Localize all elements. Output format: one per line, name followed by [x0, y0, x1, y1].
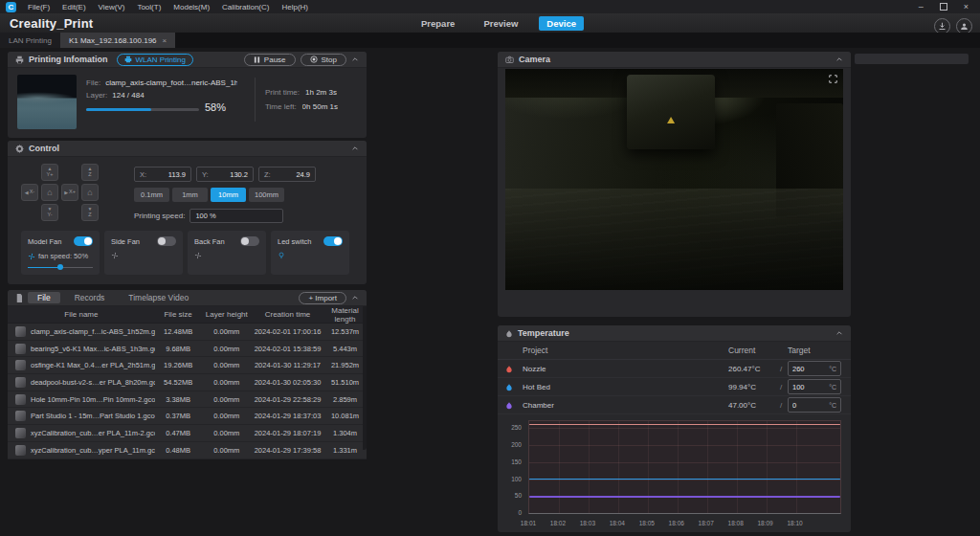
- gridline: [559, 421, 560, 513]
- file-name-cell: Hole 10mm-Pin 10m…Pin 10mm-2.gcode: [31, 395, 155, 404]
- menu-help[interactable]: Help(H): [281, 3, 308, 11]
- step-1mm-button[interactable]: 1mm: [172, 188, 208, 202]
- move-z-down-button[interactable]: ▼Z: [81, 204, 99, 221]
- move-y-minus-button[interactable]: ▼Y-: [41, 204, 58, 221]
- menu-edit[interactable]: Edit(E): [62, 3, 85, 11]
- chamber-flame-icon: [505, 401, 523, 410]
- table-row[interactable]: osfinge-K1 Max_0.4…er PLA_2h51m.gcode19.…: [8, 357, 367, 374]
- hotbed-target-input[interactable]: [792, 383, 817, 391]
- gear-icon: [15, 145, 24, 153]
- axis-x-readout: X:113.9: [134, 167, 191, 182]
- tab-file[interactable]: File: [28, 292, 60, 303]
- gridline: [529, 428, 840, 429]
- led-switch-toggle[interactable]: [323, 236, 343, 246]
- collapse-files-button[interactable]: [351, 294, 359, 302]
- move-y-plus-button[interactable]: ▲Y+: [41, 164, 58, 181]
- move-x-plus-button[interactable]: ▶X+: [61, 184, 78, 201]
- menu-file[interactable]: File(F): [28, 3, 50, 11]
- file-name-cell: deadpool-bust-v2-s…er PLA_8h20m.gcode: [31, 378, 155, 387]
- import-button[interactable]: + Import: [299, 292, 346, 304]
- side-fan-toggle[interactable]: [157, 236, 176, 246]
- collapse-camera-button[interactable]: [835, 56, 843, 63]
- move-x-minus-button[interactable]: ◀X-: [21, 184, 38, 201]
- overlay-strip: [855, 54, 969, 64]
- table-row[interactable]: Hole 10mm-Pin 10m…Pin 10mm-2.gcode3.38MB…: [8, 391, 367, 409]
- model-fan-label: Model Fan: [28, 237, 61, 246]
- y-tick-label: 0: [518, 509, 522, 516]
- table-row[interactable]: clamp_axis-clamp_f…ic-ABS_1h52m.gcode12.…: [8, 324, 367, 341]
- chevron-up-icon: [351, 294, 359, 302]
- chamber-target-input[interactable]: [792, 401, 817, 410]
- menu-calibration[interactable]: Calibration(C): [222, 3, 269, 11]
- gridline: [589, 421, 590, 513]
- back-fan-card: Back Fan: [188, 231, 266, 275]
- step-100mm-button[interactable]: 100mm: [249, 188, 284, 202]
- table-row[interactable]: deadpool-bust-v2-s…er PLA_8h20m.gcode54.…: [8, 374, 367, 391]
- table-cell: 0.00mm: [202, 345, 253, 353]
- device-tab[interactable]: K1 Max_192.168.100.196 ×: [60, 33, 175, 48]
- table-cell: 1.331m: [323, 446, 367, 455]
- table-cell: 2024-01-29 18:07:19: [252, 429, 323, 437]
- nozzle-flame-icon: [505, 365, 523, 373]
- printing-info-panel: Printing Infomation WLAN Printing Pause …: [8, 52, 367, 138]
- close-button[interactable]: ×: [964, 2, 969, 11]
- minimize-button[interactable]: –: [919, 2, 924, 11]
- tab-prepare[interactable]: Prepare: [413, 16, 462, 31]
- table-row[interactable]: xyzCalibration_cub…yper PLA_11m.gcode0.4…: [8, 442, 367, 459]
- table-row[interactable]: Part Studio 1 - 15m…Part Studio 1.gcode0…: [8, 408, 367, 425]
- wlan-printer-icon: [124, 56, 132, 63]
- move-z-up-button[interactable]: ▲Z: [81, 164, 99, 181]
- tab-records[interactable]: Records: [65, 292, 115, 303]
- file-name: clamp_axis-clamp_foot…neric-ABS_1h52m.gc…: [105, 78, 237, 87]
- series-line-nozzle: [529, 424, 840, 426]
- step-0.1mm-button[interactable]: 0.1mm: [134, 188, 169, 202]
- nozzle-target-input[interactable]: [792, 365, 817, 373]
- maximize-button[interactable]: [940, 3, 947, 11]
- file-thumbnail: [15, 326, 26, 337]
- table-cell: 3.38MB: [155, 395, 202, 404]
- printing-speed-label: Printing speed:: [134, 212, 185, 220]
- axis-readouts: X:113.9 Y:130.2 Z:24.9: [134, 167, 316, 182]
- fan-speed-slider[interactable]: [28, 263, 93, 271]
- tab-close-icon[interactable]: ×: [163, 36, 167, 45]
- collapse-printing-info-button[interactable]: [351, 56, 359, 63]
- model-fan-toggle[interactable]: [74, 236, 93, 246]
- pause-button[interactable]: Pause: [244, 54, 296, 66]
- fan-speed-text: fan speed: 50%: [38, 252, 88, 260]
- fan-icon: [28, 253, 35, 260]
- home-z-button[interactable]: ⌂: [81, 184, 99, 201]
- scrollbar[interactable]: [363, 306, 367, 450]
- table-cell: 0.00mm: [202, 395, 253, 404]
- fullscreen-button[interactable]: [829, 75, 837, 83]
- file-thumbnail: [15, 394, 26, 405]
- progress-percent: 58%: [205, 101, 226, 113]
- device-tab-strip: LAN Printing K1 Max_192.168.100.196 ×: [0, 33, 980, 48]
- table-cell: 0.00mm: [202, 429, 253, 437]
- table-row[interactable]: bearing5_v6-K1 Max…ic-ABS_1h3m.gcode9.68…: [8, 341, 367, 358]
- menu-models[interactable]: Models(M): [173, 3, 210, 11]
- tab-timelapse-video[interactable]: Timelapse Video: [119, 292, 198, 303]
- menu-view[interactable]: View(V): [99, 3, 125, 11]
- table-row[interactable]: xyzCalibration_cub…er PLA_11m-2.gcode0.4…: [8, 425, 367, 442]
- x-tick-label: 18:05: [639, 520, 655, 526]
- fan-icon: [111, 252, 119, 259]
- collapse-temperature-button[interactable]: [835, 329, 843, 337]
- stop-button[interactable]: Stop: [301, 54, 346, 66]
- tab-device[interactable]: Device: [539, 16, 584, 31]
- collapse-control-button[interactable]: [351, 145, 359, 152]
- chamber-row: Chamber 47.00°C / °C: [498, 396, 851, 414]
- slider-knob[interactable]: [57, 264, 63, 270]
- printing-speed-input[interactable]: [189, 209, 283, 223]
- camera-header: Camera: [498, 52, 851, 68]
- table-cell: 0.47MB: [155, 429, 202, 437]
- fan-icon: [194, 252, 202, 259]
- bulb-icon: [278, 252, 285, 259]
- table-cell: 19.26MB: [155, 361, 202, 369]
- tab-preview[interactable]: Preview: [476, 16, 525, 31]
- menu-tool[interactable]: Tool(T): [137, 3, 161, 11]
- home-xy-button[interactable]: ⌂: [41, 184, 58, 201]
- back-fan-toggle[interactable]: [240, 236, 259, 246]
- file-name-cell: xyzCalibration_cub…yper PLA_11m.gcode: [31, 446, 155, 455]
- step-10mm-button[interactable]: 10mm: [211, 188, 246, 202]
- x-tick-label: 18:10: [787, 520, 802, 526]
